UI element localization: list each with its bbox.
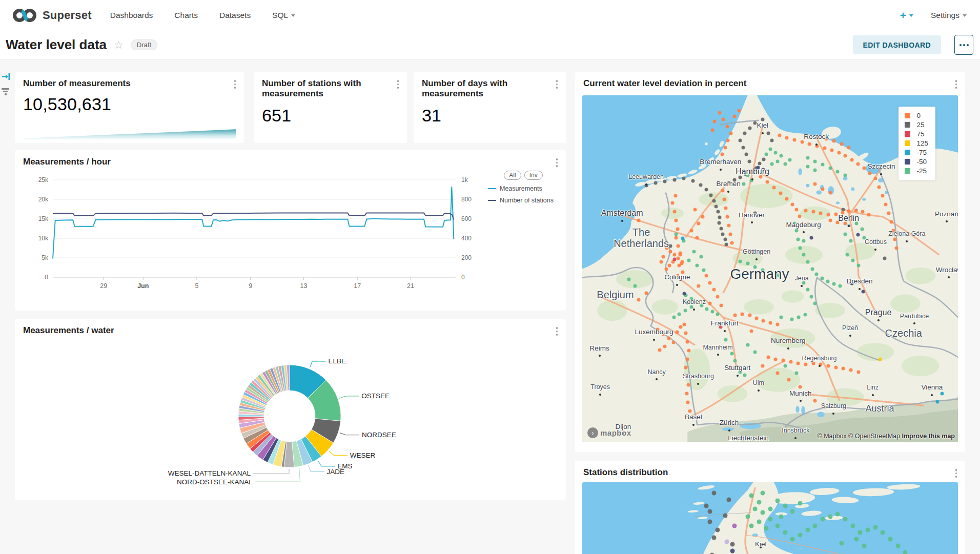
station-dot [844, 232, 847, 236]
city-marker [697, 383, 699, 385]
superset-logo[interactable]: Superset [11, 7, 92, 24]
map-legend-item[interactable]: -75 [905, 149, 928, 156]
donut-chart: ELBEOSTSEENORDSEEWESEREMSJADENORD-OSTSEE… [23, 339, 558, 500]
station-dot [748, 314, 751, 317]
station-dot [738, 109, 741, 113]
expand-filter-bar-icon[interactable] [2, 73, 10, 83]
station-dot [691, 179, 695, 182]
station-dot [695, 300, 698, 304]
station-dot [780, 316, 783, 319]
stations-map[interactable]: KielRostockBremerhaven [582, 482, 958, 554]
map-legend-item[interactable]: -25 [905, 167, 928, 175]
map-legend-item[interactable]: 75 [905, 130, 928, 138]
station-dot [702, 269, 706, 272]
dashboard-header: Water level data ☆ Draft EDIT DASHBOARD [0, 30, 980, 60]
station-dot [686, 340, 689, 343]
station-dot [813, 524, 818, 528]
station-dot [768, 506, 772, 511]
city-marker [801, 285, 803, 287]
card-menu-button[interactable] [554, 78, 560, 91]
card-menu-button[interactable] [953, 78, 959, 91]
card-menu-button[interactable] [232, 78, 238, 91]
station-dot [776, 371, 780, 375]
station-dot [644, 291, 648, 295]
new-item-button[interactable]: + [900, 9, 913, 22]
station-dot [712, 199, 716, 202]
station-dot [806, 288, 809, 292]
nav-charts[interactable]: Charts [174, 11, 198, 20]
station-dot [723, 146, 727, 149]
donut-label-leader [310, 361, 325, 367]
station-dot [828, 167, 832, 170]
station-dot [753, 265, 757, 269]
station-dot [721, 189, 725, 193]
deviation-map[interactable]: GermanyThe NetherlandsBelgiumCzechiaAust… [582, 95, 958, 442]
station-dot [672, 341, 676, 344]
station-dot [776, 273, 780, 277]
map-legend-item[interactable]: 25 [905, 121, 928, 129]
map-legend-item[interactable]: 0 [905, 112, 928, 119]
station-dot [856, 233, 860, 237]
legend-all-button[interactable]: All [504, 171, 521, 180]
map-legend-item[interactable]: 125 [905, 139, 928, 147]
station-dot [836, 170, 840, 173]
station-dot [745, 515, 750, 519]
big-number-value: 31 [422, 106, 441, 126]
favorite-star-icon[interactable]: ☆ [114, 39, 124, 51]
station-dot [821, 187, 825, 191]
legend-item-number-of-stations[interactable]: Number of stations [488, 197, 559, 204]
card-menu-button[interactable] [554, 325, 560, 338]
card-menu-button[interactable] [554, 156, 560, 169]
station-dot [847, 146, 851, 149]
card-menu-button[interactable] [395, 78, 401, 91]
filter-icon[interactable] [2, 88, 9, 95]
mapbox-logo[interactable]: ›mapbox [587, 427, 631, 438]
station-dot [686, 383, 690, 387]
station-dot [746, 173, 749, 177]
city-marker [760, 546, 762, 548]
station-dot [806, 392, 809, 396]
station-dot [783, 504, 787, 508]
chart-title: Current water level deviation in percent [583, 78, 746, 89]
station-dot [770, 139, 774, 142]
station-dot [806, 156, 809, 159]
nav-dashboards[interactable]: Dashboards [110, 11, 153, 20]
city-marker [621, 220, 623, 222]
map-legend-item[interactable]: -50 [905, 158, 928, 166]
station-dot [820, 277, 824, 280]
station-dot [762, 157, 766, 161]
station-dot [725, 243, 728, 247]
edit-dashboard-button[interactable]: EDIT DASHBOARD [853, 35, 941, 54]
station-dot [687, 259, 691, 262]
city-marker [717, 354, 719, 356]
station-dot [676, 244, 680, 248]
station-dot [813, 168, 817, 172]
svg-text:1k: 1k [461, 176, 468, 183]
nav-datasets[interactable]: Datasets [219, 11, 251, 20]
nav-sql[interactable]: SQL [272, 11, 295, 20]
card-menu-button[interactable] [953, 467, 959, 480]
station-dot [746, 343, 749, 347]
mapbox-icon: › [587, 427, 598, 438]
settings-menu[interactable]: Settings [931, 11, 967, 20]
station-dot [883, 257, 887, 260]
station-dot [805, 527, 810, 532]
more-actions-button[interactable] [954, 35, 973, 55]
station-dot [797, 316, 801, 319]
improve-map-link[interactable]: Improve this map [902, 433, 955, 440]
station-dot [799, 246, 802, 250]
station-dot [701, 215, 704, 218]
station-dot [789, 360, 792, 363]
station-dot [741, 146, 745, 149]
station-dot [704, 504, 708, 508]
station-dot [700, 304, 704, 307]
legend-color-swatch [905, 122, 910, 128]
city-marker [931, 394, 933, 396]
legend-item-measurements[interactable]: Measurements [488, 185, 559, 192]
station-dot [718, 161, 722, 165]
station-dot [730, 241, 733, 244]
legend-inv-button[interactable]: Inv [524, 171, 543, 180]
station-dot [783, 162, 787, 166]
station-dot [772, 186, 775, 190]
station-dot [851, 258, 854, 262]
